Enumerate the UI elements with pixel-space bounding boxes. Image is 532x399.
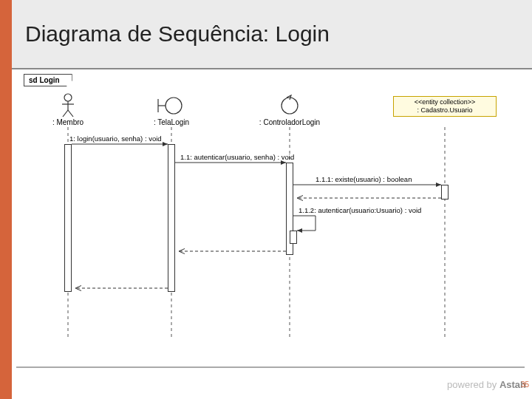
sequence-diagram: sd Login [24, 74, 528, 362]
lifeline-label-membro: : Membro [52, 118, 83, 126]
message-1: 1: login(usuario, senha) : void [69, 134, 162, 143]
message-1-1-1: 1.1.1: existe(usuario) : boolean [316, 175, 412, 183]
activation-controlador-self [290, 231, 297, 244]
footer-divider [16, 366, 525, 368]
accent-left-bar [0, 0, 12, 399]
svg-point-8 [282, 98, 298, 114]
boundary-icon [158, 98, 182, 114]
activation-cadastro [441, 185, 449, 200]
page-number: 35 [521, 381, 529, 389]
svg-line-4 [68, 110, 73, 117]
lifeline-label-tela: : TelaLogin [154, 118, 189, 126]
lifeline-entity-cadastro: <<entity collection>> : Cadastro.Usuario [393, 96, 497, 117]
message-1-1-2: 1.1.2: autenticar(usuario:Usuario) : voi… [299, 206, 421, 214]
svg-point-0 [64, 94, 72, 101]
slide-title: Diagrama de Sequência: Login [25, 21, 330, 47]
watermark-prefix: powered by [447, 379, 499, 390]
control-icon [282, 95, 298, 114]
svg-point-7 [166, 98, 182, 114]
entity-name: : Cadastro.Usuario [397, 106, 493, 115]
actor-icon [62, 94, 74, 117]
slide-title-region: Diagrama de Sequência: Login [12, 0, 532, 69]
watermark: powered by Astah [447, 379, 526, 390]
entity-stereotype: <<entity collection>> [397, 98, 493, 106]
activation-membro [64, 144, 72, 292]
lifeline-label-controlador: : ControladorLogin [259, 118, 320, 126]
activation-tela [168, 144, 175, 292]
message-1-1: 1.1: autenticar(usuario, senha) : void [180, 153, 294, 161]
svg-line-3 [63, 110, 68, 117]
